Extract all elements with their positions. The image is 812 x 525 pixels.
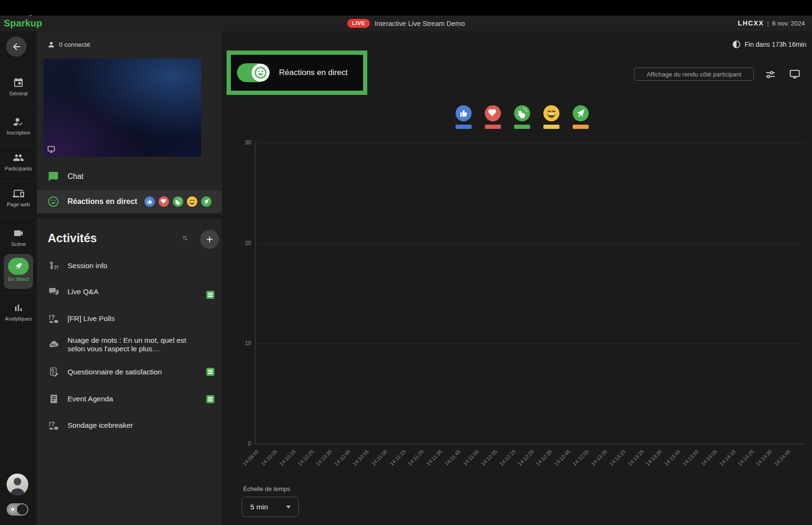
chat-label: Chat bbox=[68, 172, 84, 181]
sidebar-label: Scène bbox=[0, 241, 37, 247]
divider bbox=[0, 217, 37, 218]
sidebar-label: Analytiques bbox=[0, 316, 37, 322]
add-activity-button[interactable]: + bbox=[200, 230, 219, 249]
sidebar-label: Page web bbox=[0, 202, 37, 207]
gridline bbox=[255, 143, 805, 143]
activity-icebreaker-poll[interactable]: !? Sondage icebreaker bbox=[48, 413, 218, 437]
sort-button[interactable]: ↑↓ bbox=[182, 233, 186, 241]
divider bbox=[0, 293, 37, 293]
person-check-icon bbox=[13, 116, 24, 127]
header-center: LIVE Interactive Live Stream Demo bbox=[347, 19, 465, 28]
results-badge bbox=[206, 395, 214, 403]
person-icon bbox=[47, 41, 55, 49]
agenda-icon bbox=[48, 393, 59, 405]
rocket-icon bbox=[8, 258, 29, 275]
legend-color-bar bbox=[456, 125, 472, 129]
y-axis-line bbox=[255, 143, 255, 444]
activity-label: [FR] Live Polls bbox=[68, 314, 203, 323]
chevron-down-icon bbox=[286, 506, 291, 508]
legend-color-bar bbox=[543, 125, 559, 129]
monitor-icon bbox=[789, 68, 801, 80]
smiley-icon bbox=[48, 196, 59, 207]
reaction-emoji-clap bbox=[173, 196, 183, 207]
results-badge bbox=[206, 291, 214, 299]
connected-text: 0 connecté bbox=[59, 41, 90, 48]
poll-icon: !? bbox=[48, 313, 59, 324]
sidebar-item-page-web[interactable]: Page web bbox=[0, 188, 37, 207]
reaction-emoji-thumbs-up bbox=[144, 196, 155, 207]
reaction-emoji-set bbox=[144, 196, 211, 207]
participant-view-button[interactable]: Affichage du rendu côté participant bbox=[634, 68, 754, 81]
sidebar-item-analytiques[interactable]: Analytiques bbox=[0, 302, 37, 322]
legend-reaction-clap[interactable] bbox=[514, 105, 530, 129]
end-countdown: Fin dans 173h 16min bbox=[732, 40, 806, 49]
sparkup-logo[interactable]: Sparkupˇ bbox=[4, 18, 42, 29]
gridline bbox=[255, 343, 805, 344]
y-axis-label: 20 bbox=[223, 240, 251, 246]
legend-color-bar bbox=[514, 125, 530, 129]
tune-filters-button[interactable] bbox=[765, 69, 776, 82]
reactions-toggle[interactable] bbox=[237, 63, 268, 82]
timescale-label: Échelle de temps bbox=[243, 485, 290, 492]
timescale-value: 5 min bbox=[250, 503, 268, 511]
reaction-emoji-laugh bbox=[187, 196, 197, 207]
activity-live-polls[interactable]: !? [FR] Live Polls bbox=[48, 306, 218, 330]
tune-icon bbox=[765, 69, 776, 80]
activity-label: Nuage de mots : En un mot, quel est selo… bbox=[68, 336, 203, 353]
app-root: Sparkupˇ LIVE Interactive Live Stream De… bbox=[0, 0, 812, 525]
reactions-label: Réactions en direct bbox=[68, 197, 137, 206]
svg-text:abc: abc bbox=[51, 343, 56, 346]
bar-chart-icon bbox=[13, 302, 24, 313]
chat-bubble-icon bbox=[48, 171, 59, 182]
monitor-icon bbox=[47, 146, 55, 153]
sidebar-item-inscription[interactable]: Inscription bbox=[0, 116, 37, 135]
calendar-icon bbox=[13, 77, 24, 88]
fullscreen-display-button[interactable] bbox=[789, 68, 801, 82]
activity-label: Live Q&A bbox=[68, 288, 203, 296]
sidebar-label: Participants bbox=[0, 166, 37, 171]
activity-live-qa[interactable]: Live Q&A bbox=[48, 279, 218, 304]
toggle-knob bbox=[17, 504, 27, 515]
activity-word-cloud[interactable]: abc Nuage de mots : En un mot, quel est … bbox=[48, 332, 218, 356]
reaction-emoji-heart bbox=[159, 196, 169, 207]
timescale-select[interactable]: 5 min bbox=[242, 497, 299, 517]
back-button[interactable] bbox=[6, 36, 26, 57]
legend-reaction-heart[interactable] bbox=[485, 105, 501, 129]
user-avatar[interactable] bbox=[7, 474, 28, 495]
reactions-row[interactable]: Réactions en direct bbox=[37, 190, 222, 213]
activity-satisfaction-survey[interactable]: Questionnaire de satisfaction bbox=[48, 360, 218, 384]
session-meta: LHCXX | 6 nov. 2024 bbox=[738, 19, 805, 27]
session-code: LHCXX bbox=[738, 19, 764, 27]
legend-reaction-sparkup[interactable] bbox=[573, 105, 589, 129]
sun-icon bbox=[8, 505, 17, 514]
arrow-left-icon bbox=[11, 42, 22, 52]
chat-row[interactable]: Chat bbox=[37, 165, 222, 188]
survey-icon bbox=[48, 366, 59, 378]
legend-reaction-laugh[interactable] bbox=[543, 105, 559, 129]
legend-reaction-thumbs-up[interactable] bbox=[456, 105, 472, 129]
legend-color-bar bbox=[573, 125, 589, 129]
gridline bbox=[255, 243, 805, 244]
activity-session-info[interactable]: Session info bbox=[48, 254, 218, 278]
wordcloud-icon: abc bbox=[48, 339, 59, 350]
sidebar-label: Inscription bbox=[0, 130, 37, 135]
toggle-knob-smiley bbox=[252, 64, 270, 82]
theme-toggle[interactable] bbox=[7, 503, 28, 516]
svg-text:!?: !? bbox=[49, 313, 55, 321]
activity-event-agenda[interactable]: Event Agenda bbox=[48, 387, 218, 411]
sidebar-item-scene[interactable]: Scène bbox=[0, 228, 37, 247]
session-info-icon bbox=[48, 260, 59, 271]
sidebar-item-en-direct[interactable]: En direct bbox=[4, 254, 33, 289]
results-badge bbox=[206, 368, 214, 376]
activity-label: Questionnaire de satisfaction bbox=[68, 368, 203, 376]
svg-text:!?: !? bbox=[49, 420, 55, 428]
activity-label: Event Agenda bbox=[68, 395, 203, 403]
connected-count: 0 connecté bbox=[47, 41, 90, 49]
sidebar-item-participants[interactable]: Participants bbox=[0, 152, 37, 171]
stream-preview[interactable] bbox=[43, 59, 201, 157]
toggle-label: Réactions en direct bbox=[279, 68, 348, 77]
end-countdown-text: Fin dans 173h 16min bbox=[744, 41, 806, 48]
divider bbox=[0, 181, 37, 182]
logo-caron-icon: ˇ bbox=[29, 14, 32, 22]
sidebar-item-general[interactable]: Général bbox=[0, 77, 37, 96]
